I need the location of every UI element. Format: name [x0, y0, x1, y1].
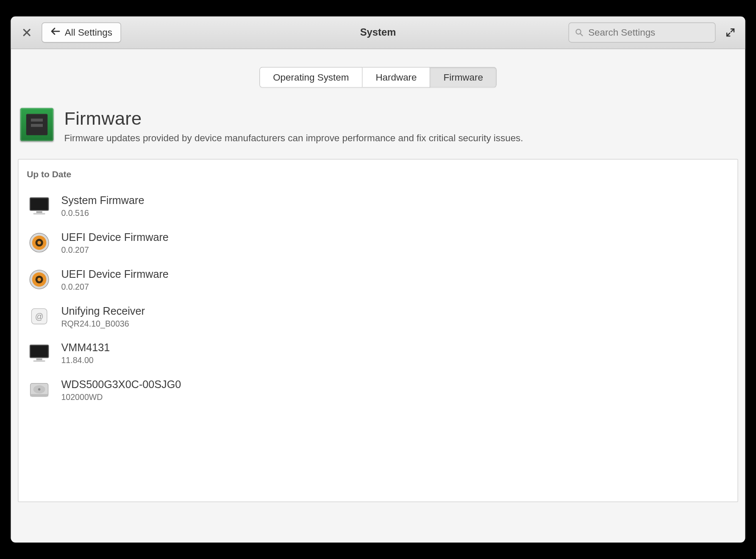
- device-version: RQR24.10_B0036: [61, 319, 145, 328]
- tab-label: Operating System: [273, 72, 349, 83]
- back-arrow-icon: [50, 27, 60, 39]
- device-name: VMM4131: [61, 341, 110, 354]
- content-area: Operating System Hardware Firmware Firmw…: [11, 49, 745, 502]
- svg-rect-4: [33, 213, 45, 215]
- device-row[interactable]: WDS500G3X0C-00SJG0102000WD: [27, 372, 729, 408]
- close-icon: [22, 28, 31, 37]
- firmware-chip-icon: [20, 108, 53, 141]
- maximize-icon: [725, 28, 735, 37]
- tab-bar: Operating System Hardware Firmware: [17, 49, 739, 98]
- device-version: 0.0.516: [61, 208, 144, 217]
- device-name: WDS500G3X0C-00SJG0: [61, 378, 181, 391]
- monitor-icon: [27, 341, 52, 366]
- svg-text:@: @: [35, 312, 44, 321]
- device-name: UEFI Device Firmware: [61, 268, 168, 280]
- svg-point-8: [37, 241, 41, 244]
- device-row[interactable]: VMM413111.84.00: [27, 335, 729, 372]
- monitor-icon: [27, 193, 52, 218]
- tab-operating-system[interactable]: Operating System: [259, 67, 363, 88]
- device-name: Unifying Receiver: [61, 305, 145, 317]
- close-button[interactable]: [18, 24, 36, 42]
- device-name: UEFI Device Firmware: [61, 231, 168, 243]
- tab-label: Hardware: [375, 72, 417, 83]
- tab-label: Firmware: [444, 72, 483, 83]
- search-input[interactable]: [588, 27, 709, 38]
- search-icon: [575, 28, 584, 37]
- device-version: 102000WD: [61, 392, 181, 401]
- header-bar: All Settings System: [11, 17, 745, 49]
- svg-rect-2: [31, 199, 47, 210]
- svg-point-12: [37, 278, 41, 281]
- all-settings-label: All Settings: [65, 27, 112, 38]
- receiver-icon: @: [27, 304, 52, 329]
- svg-rect-17: [36, 358, 42, 360]
- svg-rect-16: [31, 346, 47, 357]
- svg-rect-22: [31, 394, 48, 397]
- tab-hardware[interactable]: Hardware: [363, 67, 431, 88]
- speaker-icon: [27, 230, 52, 255]
- svg-point-21: [38, 388, 41, 391]
- page-hero: Firmware Firmware updates provided by de…: [17, 98, 739, 159]
- device-version: 0.0.207: [61, 282, 168, 291]
- device-row[interactable]: UEFI Device Firmware0.0.207: [27, 261, 729, 298]
- speaker-icon: [27, 267, 52, 292]
- maximize-button[interactable]: [723, 25, 738, 40]
- device-version: 11.84.00: [61, 355, 110, 365]
- device-list: System Firmware0.0.516 UEFI Device Firmw…: [27, 187, 729, 408]
- firmware-panel: Up to Date System Firmware0.0.516 UEFI D…: [18, 159, 738, 502]
- search-input-wrap[interactable]: [568, 22, 715, 43]
- page-title: Firmware: [64, 108, 523, 129]
- all-settings-button[interactable]: All Settings: [42, 22, 121, 43]
- section-label: Up to Date: [27, 169, 729, 179]
- device-row[interactable]: @ Unifying ReceiverRQR24.10_B0036: [27, 298, 729, 335]
- device-version: 0.0.207: [61, 245, 168, 254]
- settings-window: All Settings System Operating System Har…: [11, 17, 745, 542]
- device-name: System Firmware: [61, 194, 144, 207]
- device-row[interactable]: UEFI Device Firmware0.0.207: [27, 224, 729, 261]
- svg-rect-18: [33, 360, 45, 362]
- svg-rect-3: [36, 211, 42, 213]
- device-row[interactable]: System Firmware0.0.516: [27, 187, 729, 224]
- page-subtitle: Firmware updates provided by device manu…: [64, 133, 523, 143]
- tab-firmware[interactable]: Firmware: [431, 67, 497, 88]
- disk-icon: [27, 377, 52, 402]
